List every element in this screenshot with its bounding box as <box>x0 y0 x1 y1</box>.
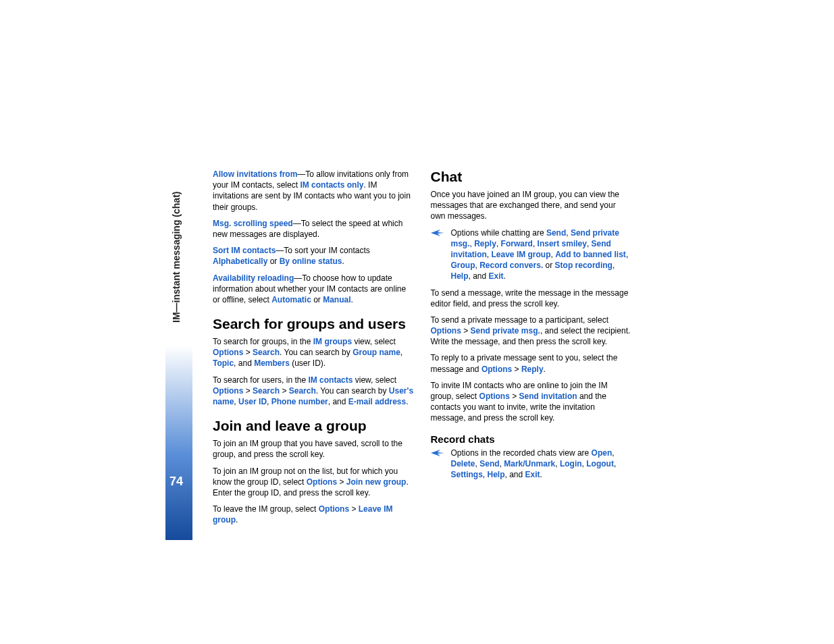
join-heading: Join and leave a group <box>213 418 414 434</box>
left-column: Allow invitations from—To allow invitati… <box>213 169 414 531</box>
send-private-message: To send a private message to a participa… <box>431 315 632 348</box>
search-users: To search for users, in the IM contacts … <box>213 375 414 408</box>
page-number: 74 <box>170 475 183 489</box>
chat-intro: Once you have joined an IM group, you ca… <box>431 189 632 222</box>
join-not-on-list: To join an IM group not on the list, but… <box>213 466 414 499</box>
note-icon <box>431 229 444 238</box>
svg-marker-1 <box>431 450 444 456</box>
allow-invitations: Allow invitations from—To allow invitati… <box>213 169 414 213</box>
msg-scrolling: Msg. scrolling speed—To select the speed… <box>213 218 414 240</box>
sort-contacts: Sort IM contacts—To sort your IM contact… <box>213 245 414 267</box>
allow-invitations-label: Allow invitations from <box>213 169 297 179</box>
send-message: To send a message, write the message in … <box>431 288 632 309</box>
document-page: IM—instant messaging (chat) 74 Allow inv… <box>165 108 631 540</box>
join-saved: To join an IM group that you have saved,… <box>213 438 414 460</box>
record-options-body: Options in the recorded chats view are O… <box>451 448 632 481</box>
search-groups: To search for groups, in the IM groups v… <box>213 336 414 369</box>
invite-contacts: To invite IM contacts who are online to … <box>431 380 632 424</box>
leave-group: To leave the IM group, select Options > … <box>213 504 414 525</box>
chat-options-note: Options while chatting are Send, Send pr… <box>431 227 632 282</box>
note-icon <box>431 449 444 458</box>
section-title: IM—instant messaging (chat) <box>171 192 182 323</box>
content-area: Allow invitations from—To allow invitati… <box>213 169 631 531</box>
sidebar-gradient: IM—instant messaging (chat) 74 <box>165 108 192 540</box>
reply-private: To reply to a private message sent to yo… <box>431 352 632 374</box>
search-heading: Search for groups and users <box>213 316 414 332</box>
record-chats-heading: Record chats <box>431 433 632 445</box>
chat-options-body: Options while chatting are Send, Send pr… <box>451 227 632 282</box>
chat-heading: Chat <box>431 169 632 185</box>
record-options-note: Options in the recorded chats view are O… <box>431 448 632 481</box>
availability-reloading: Availability reloading—To choose how to … <box>213 273 414 306</box>
svg-marker-0 <box>431 230 444 236</box>
right-column: Chat Once you have joined an IM group, y… <box>431 169 632 531</box>
